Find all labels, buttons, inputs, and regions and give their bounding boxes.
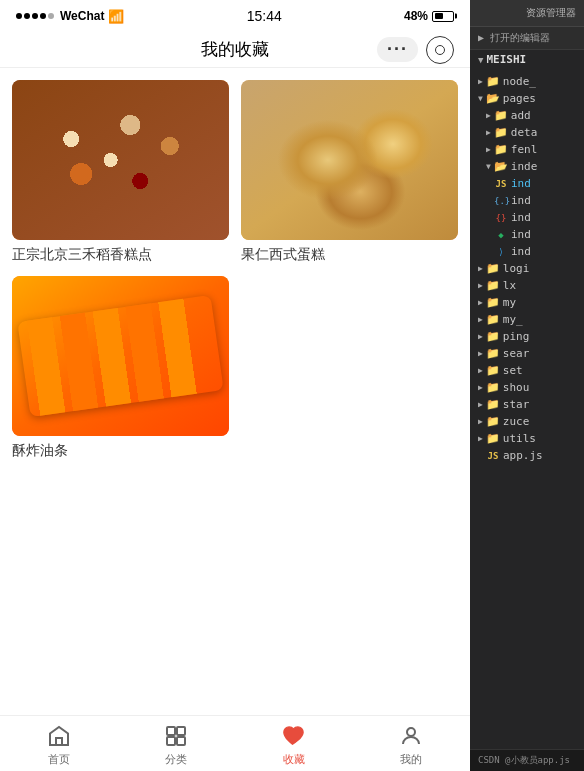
folder-icon: 📁 — [486, 330, 500, 343]
json-file-icon: {.} — [494, 196, 508, 206]
tree-node-shou[interactable]: ▶ 📁 shou — [470, 379, 584, 396]
target-inner-icon — [435, 45, 445, 55]
tree-file-wxml[interactable]: ◆ ind — [470, 226, 584, 243]
tree-arrow: ▶ — [486, 128, 491, 137]
ide-header: 资源管理器 — [470, 0, 584, 27]
appjs-file-icon: JS — [486, 451, 500, 461]
mooncake-decoration — [12, 80, 229, 240]
tree-file-appjs[interactable]: JS app.js — [470, 447, 584, 464]
tree-node-sear[interactable]: ▶ 📁 sear — [470, 345, 584, 362]
tree-file-ts[interactable]: ⟩ ind — [470, 243, 584, 260]
tree-arrow: ▶ — [486, 111, 491, 120]
folder-icon: 📁 — [486, 415, 500, 428]
bottom-nav: 首页 分类 收藏 我的 — [0, 715, 470, 771]
nav-item-profile[interactable]: 我的 — [353, 724, 471, 767]
tree-file-js[interactable]: JS ind — [470, 175, 584, 192]
food-name-2: 果仁西式蛋糕 — [241, 246, 458, 264]
folder-icon: 📁 — [486, 313, 500, 326]
category-label: 分类 — [165, 752, 187, 767]
tree-label: set — [503, 364, 523, 377]
svg-rect-1 — [167, 727, 175, 735]
ide-project-root[interactable]: ▼ MEISHI — [470, 50, 584, 69]
tree-node-star[interactable]: ▶ 📁 star — [470, 396, 584, 413]
food-image-1 — [12, 80, 229, 240]
signal-dot-1 — [16, 13, 22, 19]
ide-footer: CSDN @小教员app.js — [470, 749, 584, 771]
tree-node-pages[interactable]: ▼ 📂 pages — [470, 90, 584, 107]
wxml-file-icon: ◆ — [494, 230, 508, 240]
youtiao-decoration — [12, 276, 229, 436]
nav-dots-button[interactable]: ··· — [377, 37, 418, 62]
folder-icon: 📂 — [494, 160, 508, 173]
tree-arrow: ▶ — [478, 417, 483, 426]
folder-icon: 📁 — [486, 279, 500, 292]
tree-node-my2[interactable]: ▶ 📁 my_ — [470, 311, 584, 328]
tree-node-my[interactable]: ▶ 📁 my — [470, 294, 584, 311]
food-name-3: 酥炸油条 — [12, 442, 229, 460]
nav-item-category[interactable]: 分类 — [118, 724, 236, 767]
tree-arrow: ▶ — [478, 315, 483, 324]
food-card-2[interactable]: 果仁西式蛋糕 — [241, 80, 458, 264]
heart-icon — [282, 724, 306, 748]
tree-node-set[interactable]: ▶ 📁 set — [470, 362, 584, 379]
tree-node-zuce[interactable]: ▶ 📁 zuce — [470, 413, 584, 430]
nav-item-favorites[interactable]: 收藏 — [235, 724, 353, 767]
carrier-label: WeChat — [60, 9, 104, 23]
svg-rect-2 — [177, 727, 185, 735]
tree-node-fenl[interactable]: ▶ 📁 fenl — [470, 141, 584, 158]
user-icon — [399, 724, 423, 748]
food-card-3[interactable]: 酥炸油条 — [12, 276, 229, 460]
tree-node-ping[interactable]: ▶ 📁 ping — [470, 328, 584, 345]
tree-label: ping — [503, 330, 530, 343]
tree-label: ind — [511, 177, 531, 190]
tree-label: ind — [511, 211, 531, 224]
folder-icon: 📁 — [486, 364, 500, 377]
tree-arrow: ▶ — [478, 264, 483, 273]
nav-actions[interactable]: ··· — [377, 36, 454, 64]
ide-tree: ▶ 📁 node_ ▼ 📂 pages ▶ 📁 add ▶ 📁 deta ▶ 📁… — [470, 69, 584, 749]
tree-arrow: ▶ — [478, 434, 483, 443]
folder-icon: 📁 — [494, 126, 508, 139]
svg-point-5 — [407, 728, 415, 736]
svg-rect-4 — [177, 737, 185, 745]
folder-icon: 📁 — [486, 381, 500, 394]
wxss-file-icon: {} — [494, 213, 508, 223]
nav-bar: 我的收藏 ··· — [0, 32, 470, 68]
home-label: 首页 — [48, 752, 70, 767]
signal-dot-2 — [24, 13, 30, 19]
ide-open-editors: ▶ 打开的编辑器 — [470, 27, 584, 50]
tree-node[interactable]: ▶ 📁 node_ — [470, 73, 584, 90]
tree-node-add[interactable]: ▶ 📁 add — [470, 107, 584, 124]
tree-node-lx[interactable]: ▶ 📁 lx — [470, 277, 584, 294]
tree-label: fenl — [511, 143, 538, 156]
food-card-1[interactable]: 正宗北京三禾稻香糕点 — [12, 80, 229, 264]
tree-node-inde[interactable]: ▼ 📂 inde — [470, 158, 584, 175]
folder-icon: 📁 — [486, 432, 500, 445]
tree-label: star — [503, 398, 530, 411]
tree-arrow: ▶ — [478, 281, 483, 290]
food-image-2 — [241, 80, 458, 240]
tree-label: deta — [511, 126, 538, 139]
nav-title: 我的收藏 — [201, 38, 269, 61]
folder-icon: 📁 — [486, 262, 500, 275]
nav-item-home[interactable]: 首页 — [0, 724, 118, 767]
tree-label: my — [503, 296, 516, 309]
nav-target-button[interactable] — [426, 36, 454, 64]
svg-rect-0 — [56, 738, 62, 745]
tree-node-logi[interactable]: ▶ 📁 logi — [470, 260, 584, 277]
tree-node-utils[interactable]: ▶ 📁 utils — [470, 430, 584, 447]
tree-node-deta[interactable]: ▶ 📁 deta — [470, 124, 584, 141]
tree-label: logi — [503, 262, 530, 275]
tree-label: my_ — [503, 313, 523, 326]
tree-label: lx — [503, 279, 516, 292]
tree-arrow: ▶ — [478, 298, 483, 307]
folder-icon: 📂 — [486, 92, 500, 105]
signal-dot-5 — [48, 13, 54, 19]
folder-icon: 📁 — [486, 347, 500, 360]
status-right: 48% — [404, 9, 454, 23]
tree-file-json[interactable]: {.} ind — [470, 192, 584, 209]
profile-label: 我的 — [400, 752, 422, 767]
tree-file-wxss[interactable]: {} ind — [470, 209, 584, 226]
tree-label: ind — [511, 245, 531, 258]
tree-label: ind — [511, 194, 531, 207]
